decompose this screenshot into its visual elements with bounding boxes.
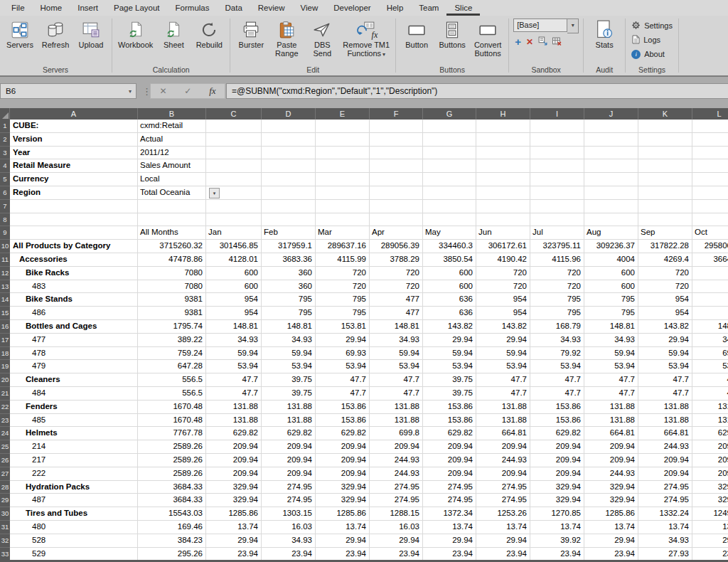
cell-D6[interactable] <box>262 186 316 200</box>
tab-formulas[interactable]: Formulas <box>168 0 218 16</box>
cell-H20[interactable]: 47.7 <box>476 373 530 387</box>
cell-B27[interactable]: 2589.26 <box>138 467 206 481</box>
cell-C11[interactable]: 4128.01 <box>206 253 262 267</box>
cell-D28[interactable]: 274.95 <box>262 481 316 494</box>
cell-J1[interactable] <box>584 120 638 133</box>
cell-K27[interactable]: 209.94 <box>638 467 692 481</box>
cell-I24[interactable]: 629.82 <box>530 427 584 440</box>
cell-A29[interactable]: 487 <box>10 494 138 507</box>
cell-B9[interactable]: All Months <box>138 226 206 240</box>
cell-J28[interactable]: 329.94 <box>584 481 638 494</box>
cell-E31[interactable]: 13.74 <box>316 521 370 534</box>
cell-C28[interactable]: 329.94 <box>206 481 262 494</box>
cell-F25[interactable]: 209.94 <box>370 440 423 454</box>
cell-C3[interactable] <box>206 147 262 160</box>
cell-L23[interactable]: 131.88 <box>692 414 728 428</box>
cell-A32[interactable]: 528 <box>10 534 138 548</box>
cell-F7[interactable] <box>370 200 423 213</box>
cell-H32[interactable]: 29.94 <box>476 534 530 548</box>
cell-G7[interactable] <box>423 200 476 213</box>
cell-J13[interactable]: 600 <box>584 280 638 294</box>
name-box-caret-icon[interactable]: ▾ <box>129 88 136 95</box>
cell-H24[interactable]: 664.81 <box>476 427 530 440</box>
cell-C32[interactable]: 29.94 <box>206 534 262 548</box>
region-dropdown-button[interactable]: ▾ <box>209 188 220 198</box>
cell-H7[interactable] <box>476 200 530 213</box>
cell-L18[interactable]: 69.93 <box>692 347 728 361</box>
cell-C10[interactable]: 301456.85 <box>206 240 262 253</box>
cell-H9[interactable]: Jun <box>476 226 530 240</box>
cell-E19[interactable]: 53.94 <box>316 360 370 373</box>
cell-D3[interactable] <box>262 147 316 160</box>
cell-A13[interactable]: 483 <box>10 280 138 294</box>
cell-D9[interactable]: Feb <box>262 226 316 240</box>
cell-I22[interactable]: 153.86 <box>530 401 584 414</box>
cell-A31[interactable]: 480 <box>10 521 138 534</box>
row-header-18[interactable]: 18 <box>0 347 10 361</box>
cell-A2[interactable]: Version <box>10 133 138 147</box>
cell-B28[interactable]: 3684.33 <box>138 481 206 494</box>
cell-K19[interactable]: 53.94 <box>638 360 692 373</box>
cell-H1[interactable] <box>476 120 530 133</box>
cell-E28[interactable]: 329.94 <box>316 481 370 494</box>
cell-B5[interactable]: Local <box>138 173 206 186</box>
cell-F17[interactable]: 34.93 <box>370 334 423 347</box>
cell-C25[interactable]: 209.94 <box>206 440 262 454</box>
cell-G25[interactable]: 209.94 <box>423 440 476 454</box>
tab-slice[interactable]: Slice <box>446 0 480 16</box>
cell-A3[interactable]: Year <box>10 147 138 160</box>
cell-E14[interactable]: 795 <box>316 293 370 307</box>
column-header-b[interactable]: B <box>138 108 206 120</box>
cell-I33[interactable]: 23.94 <box>530 548 584 561</box>
cell-F8[interactable] <box>370 213 423 227</box>
cell-F28[interactable]: 274.95 <box>370 481 423 494</box>
cell-K2[interactable] <box>638 133 692 147</box>
cell-L20[interactable]: 47.7 <box>692 373 728 387</box>
cell-K30[interactable]: 1332.24 <box>638 507 692 521</box>
cell-F2[interactable] <box>370 133 423 147</box>
refresh-button[interactable]: Refresh <box>38 16 73 50</box>
row-header-27[interactable]: 27 <box>0 467 10 481</box>
cell-K21[interactable]: 47.7 <box>638 387 692 401</box>
cell-F22[interactable]: 131.88 <box>370 401 423 414</box>
cell-A30[interactable]: Tires and Tubes <box>10 507 138 521</box>
paste-range-button[interactable]: Paste Range <box>269 16 304 58</box>
cell-B2[interactable]: Actual <box>138 133 206 147</box>
cell-F23[interactable]: 131.88 <box>370 414 423 428</box>
cell-D15[interactable]: 795 <box>262 307 316 320</box>
cell-B25[interactable]: 2589.26 <box>138 440 206 454</box>
cell-D20[interactable]: 39.75 <box>262 373 316 387</box>
cell-G14[interactable]: 636 <box>423 293 476 307</box>
cell-D29[interactable]: 274.95 <box>262 494 316 507</box>
cell-H15[interactable]: 954 <box>476 307 530 320</box>
cell-C14[interactable]: 954 <box>206 293 262 307</box>
cell-J2[interactable] <box>584 133 638 147</box>
cell-E6[interactable] <box>316 186 370 200</box>
cell-B18[interactable]: 759.24 <box>138 347 206 361</box>
cell-E8[interactable] <box>316 213 370 227</box>
cell-J30[interactable]: 1285.86 <box>584 507 638 521</box>
cell-H30[interactable]: 1253.26 <box>476 507 530 521</box>
cell-D16[interactable]: 148.81 <box>262 320 316 334</box>
cell-L1[interactable] <box>692 120 728 133</box>
cell-F27[interactable]: 244.93 <box>370 467 423 481</box>
cell-K3[interactable] <box>638 147 692 160</box>
cell-D5[interactable] <box>262 173 316 186</box>
button-button[interactable]: Button <box>399 16 434 50</box>
cell-A19[interactable]: 479 <box>10 360 138 373</box>
cell-E4[interactable] <box>316 159 370 173</box>
cell-L13[interactable]: 720 <box>692 280 728 294</box>
cell-I13[interactable]: 720 <box>530 280 584 294</box>
cell-J9[interactable]: Aug <box>584 226 638 240</box>
cell-C24[interactable]: 629.82 <box>206 427 262 440</box>
cell-J18[interactable]: 59.94 <box>584 347 638 361</box>
cell-B19[interactable]: 647.28 <box>138 360 206 373</box>
row-header-6[interactable]: 6 <box>0 186 10 200</box>
cell-E16[interactable]: 153.81 <box>316 320 370 334</box>
cell-J23[interactable]: 131.88 <box>584 414 638 428</box>
cell-C5[interactable] <box>206 173 262 186</box>
row-header-9[interactable]: 9 <box>0 226 10 240</box>
cell-F31[interactable]: 16.03 <box>370 521 423 534</box>
tab-review[interactable]: Review <box>250 0 293 16</box>
cell-G4[interactable] <box>423 159 476 173</box>
